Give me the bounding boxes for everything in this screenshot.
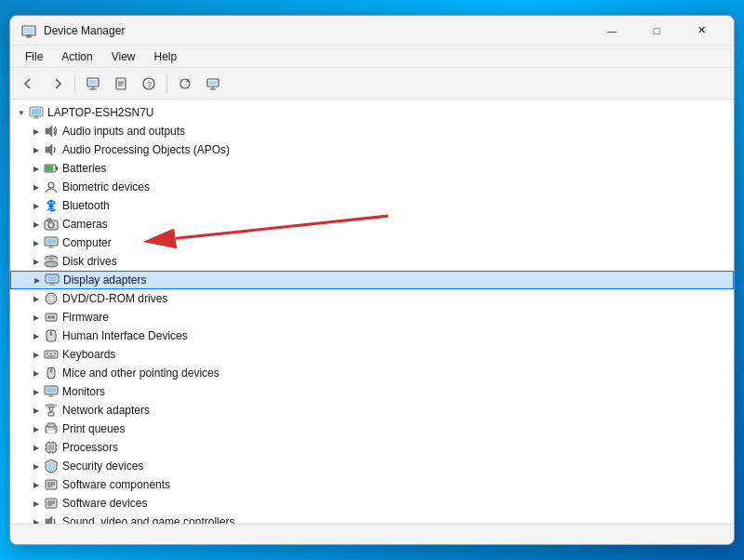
list-item[interactable]: ▶ Batteries	[10, 159, 734, 178]
item-expander[interactable]: ▶	[29, 438, 44, 457]
item-expander[interactable]: ▶	[29, 159, 44, 178]
forward-button[interactable]	[44, 72, 70, 96]
item-label: Sound, video and game controllers	[62, 515, 234, 524]
tree-root[interactable]: ▼ LAPTOP-ESH2SN7U	[10, 103, 734, 122]
help-button[interactable]: ?	[136, 72, 162, 96]
svg-rect-21	[32, 109, 41, 114]
item-expander[interactable]: ▶	[29, 513, 44, 524]
item-label: Audio Processing Objects (APOs)	[62, 143, 230, 156]
svg-point-72	[49, 407, 53, 411]
item-expander[interactable]: ▶	[29, 178, 44, 196]
item-label: Firmware	[62, 311, 109, 324]
list-item[interactable]: ▶ Software components	[10, 475, 734, 494]
camera-icon	[44, 217, 59, 232]
item-expander[interactable]: ▶	[29, 327, 44, 345]
dvd-icon	[44, 291, 59, 306]
tree-panel[interactable]: ▼ LAPTOP-ESH2SN7U ▶	[10, 100, 734, 524]
item-label: Processors	[62, 441, 118, 454]
item-label: Bluetooth	[62, 199, 110, 212]
toolbar: ?	[10, 68, 734, 100]
list-item[interactable]: ▶ Audio inputs and outputs	[10, 122, 734, 140]
maximize-button[interactable]: □	[635, 16, 678, 46]
item-expander[interactable]: ▶	[29, 420, 44, 438]
list-item[interactable]: ▶ Mice and other pointing devices	[10, 364, 734, 382]
hid-icon	[44, 328, 59, 343]
svg-rect-28	[56, 167, 58, 170]
item-expander[interactable]: ▶	[29, 233, 44, 252]
list-item[interactable]: ▶ Audio Processing Objects (APOs)	[10, 140, 734, 159]
display-button[interactable]	[200, 72, 226, 96]
list-item[interactable]: ▶ Sound, video and game controllers	[10, 513, 734, 524]
item-label: Print queues	[62, 422, 125, 435]
back-button[interactable]	[16, 72, 42, 96]
svg-point-53	[48, 316, 50, 318]
item-expander[interactable]: ▶	[30, 271, 45, 289]
list-item[interactable]: ▶ Network adapters	[10, 401, 734, 420]
root-expander[interactable]: ▼	[14, 103, 29, 122]
item-label: Monitors	[62, 385, 105, 398]
item-label: Disk drives	[62, 255, 117, 268]
display-adapters-item[interactable]: ▶ Display adapters	[10, 271, 734, 289]
item-expander[interactable]: ▶	[29, 308, 44, 327]
printer-icon	[44, 421, 59, 436]
list-item[interactable]: ▶ Computer	[10, 233, 734, 252]
device-manager-window: Device Manager — □ ✕ File Action View He…	[9, 15, 735, 545]
svg-marker-26	[46, 144, 52, 155]
list-item[interactable]: ▶ Software devices	[10, 494, 734, 513]
item-expander[interactable]: ▶	[29, 457, 44, 475]
item-expander[interactable]: ▶	[29, 382, 44, 401]
item-expander[interactable]: ▶	[29, 215, 44, 233]
title-bar: Device Manager — □ ✕	[10, 16, 734, 46]
item-expander[interactable]: ▶	[29, 364, 44, 382]
svg-text:?: ?	[147, 80, 152, 89]
keyboard-icon	[44, 347, 59, 362]
item-expander[interactable]: ▶	[29, 475, 44, 494]
svg-rect-33	[47, 219, 51, 221]
list-item[interactable]: ▶ Firmware	[10, 308, 734, 327]
svg-rect-71	[48, 412, 54, 416]
item-expander[interactable]: ▶	[29, 140, 44, 159]
item-expander[interactable]: ▶	[29, 345, 44, 364]
list-item[interactable]: ▶ Cameras	[10, 215, 734, 233]
svg-point-77	[54, 428, 56, 430]
list-item[interactable]: ▶ Biometric devices	[10, 178, 734, 196]
computer-icon	[44, 235, 59, 250]
item-expander[interactable]: ▶	[29, 252, 44, 271]
minimize-button[interactable]: —	[591, 16, 633, 46]
speaker-icon	[44, 124, 59, 139]
list-item[interactable]: ▶ Security devices	[10, 457, 734, 475]
list-item[interactable]: ▶ Disk drives	[10, 252, 734, 271]
list-item[interactable]: ▶ Bluetooth	[10, 196, 734, 215]
scan-button[interactable]	[80, 72, 106, 96]
list-item[interactable]: ▶ Processors	[10, 438, 734, 457]
svg-point-49	[49, 297, 53, 300]
svg-point-65	[50, 370, 52, 372]
item-expander[interactable]: ▶	[29, 401, 44, 420]
list-item[interactable]: ▶ DVD/CD-ROM drives	[10, 289, 734, 308]
menu-view[interactable]: View	[104, 48, 143, 65]
list-item[interactable]: ▶ Monitors	[10, 382, 734, 401]
menu-help[interactable]: Help	[147, 48, 185, 65]
item-expander[interactable]: ▶	[29, 122, 44, 140]
svg-rect-35	[46, 239, 56, 244]
menu-file[interactable]: File	[18, 48, 50, 65]
bluetooth-icon	[44, 198, 59, 213]
title-controls: — □ ✕	[591, 16, 723, 46]
security-icon	[44, 459, 59, 473]
list-item[interactable]: ▶ Print queues	[10, 420, 734, 438]
close-button[interactable]: ✕	[680, 16, 723, 46]
svg-point-30	[48, 182, 54, 188]
list-item[interactable]: ▶ Human Interface Devices	[10, 327, 734, 345]
svg-rect-6	[89, 80, 97, 85]
item-expander[interactable]: ▶	[29, 289, 44, 308]
update-button[interactable]	[172, 72, 198, 96]
menu-action[interactable]: Action	[54, 48, 100, 65]
item-expander[interactable]: ▶	[29, 494, 44, 513]
list-item[interactable]: ▶ Keyboards	[10, 345, 734, 364]
item-label: Keyboards	[62, 348, 115, 361]
svg-rect-1	[24, 28, 33, 33]
item-label: Software devices	[62, 497, 147, 510]
item-label: Mice and other pointing devices	[62, 367, 219, 380]
item-expander[interactable]: ▶	[29, 196, 44, 215]
properties-button[interactable]	[108, 72, 134, 96]
